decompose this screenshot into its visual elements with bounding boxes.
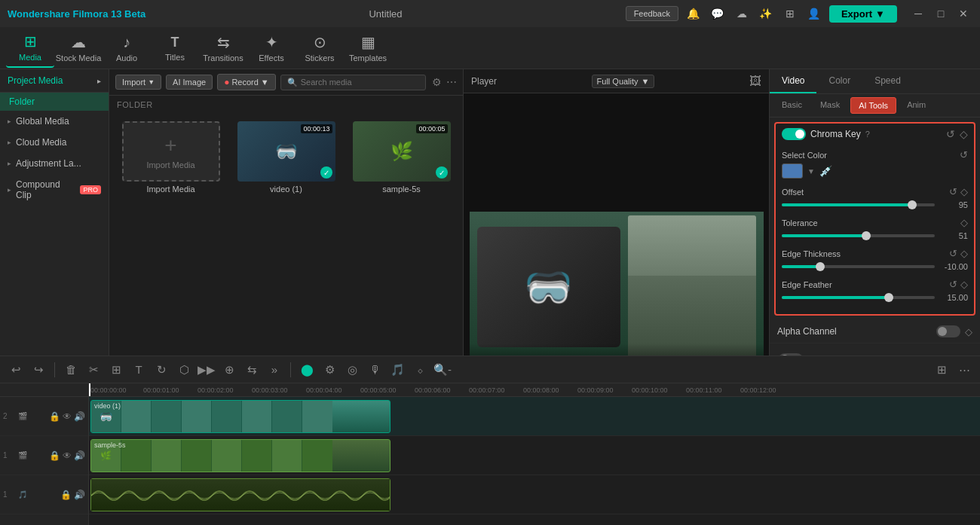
stabilize-tool-icon[interactable]: ⊕ bbox=[219, 360, 239, 380]
subtab-basic[interactable]: Basic bbox=[774, 97, 810, 114]
nav-item-titles[interactable]: T Titles bbox=[151, 29, 199, 68]
nav-item-audio[interactable]: ♪ Audio bbox=[103, 29, 151, 68]
edge-thickness-thumb[interactable] bbox=[816, 262, 825, 271]
tolerance-thumb[interactable] bbox=[862, 231, 871, 240]
video-clip-v2[interactable]: 🥽 video (1) bbox=[90, 400, 390, 433]
edge-feather-slider[interactable] bbox=[782, 296, 935, 299]
motion-icon[interactable]: ◎ bbox=[342, 360, 362, 380]
record-timeline-icon[interactable]: ⬤ bbox=[297, 360, 317, 380]
track-v2-row[interactable]: 🥽 video (1) bbox=[89, 397, 980, 436]
edge-feather-reset-icon[interactable]: ↺ bbox=[949, 279, 957, 290]
edge-thickness-reset-icon[interactable]: ↺ bbox=[949, 248, 957, 259]
color-swatch[interactable] bbox=[782, 163, 803, 179]
select-color-reset-icon[interactable]: ↺ bbox=[960, 149, 968, 160]
close-button[interactable]: ✕ bbox=[954, 5, 972, 23]
minimize-button[interactable]: ─ bbox=[909, 5, 927, 23]
import-button[interactable]: Import ▼ bbox=[115, 75, 161, 90]
ai-tool-icon[interactable]: ⚙ bbox=[320, 360, 339, 380]
edge-feather-keyframe-icon[interactable]: ◇ bbox=[960, 279, 968, 290]
chroma-key-toggle[interactable] bbox=[782, 128, 806, 140]
cloud-icon[interactable]: ☁ bbox=[733, 5, 751, 23]
alpha-channel-icon[interactable]: ◇ bbox=[965, 326, 972, 337]
nav-item-stickers[interactable]: ⊙ Stickers bbox=[296, 29, 344, 68]
video1-thumb[interactable]: 🥽 00:00:13 ✓ bbox=[237, 121, 335, 182]
search-input[interactable] bbox=[301, 78, 419, 87]
notification-icon[interactable]: 🔔 bbox=[684, 5, 703, 23]
audio-clip[interactable] bbox=[90, 478, 390, 511]
more-tools-icon[interactable]: » bbox=[265, 360, 284, 380]
voice-icon[interactable]: 🎙 bbox=[365, 360, 384, 380]
record-button[interactable]: ● Record ▼ bbox=[217, 74, 276, 90]
nav-item-effects[interactable]: ✦ Effects bbox=[247, 29, 296, 68]
user-icon[interactable]: 👤 bbox=[805, 5, 823, 23]
edge-feather-thumb[interactable] bbox=[884, 293, 893, 302]
offset-reset-icon[interactable]: ↺ bbox=[949, 186, 957, 197]
ai-image-button[interactable]: AI Image bbox=[166, 75, 213, 90]
track-v1-audio-icon[interactable]: 🔊 bbox=[74, 450, 85, 461]
transition-tool-icon[interactable]: ⇆ bbox=[242, 360, 262, 380]
collapse-icon[interactable]: ▸ bbox=[97, 77, 101, 85]
text-tool-icon[interactable]: T bbox=[129, 360, 149, 380]
timeline-content-area[interactable]: 00:00:00:00 00:00:01:00 00:00:02:00 00:0… bbox=[89, 383, 980, 525]
track-v1-eye-icon[interactable]: 👁 bbox=[63, 450, 72, 461]
sidebar-item-adjustment[interactable]: ▸ Adjustment La... bbox=[0, 153, 109, 174]
sample-thumb[interactable]: 🌿 00:00:05 ✓ bbox=[353, 121, 451, 182]
subtab-mask[interactable]: Mask bbox=[813, 97, 847, 114]
tab-video[interactable]: Video bbox=[770, 69, 816, 93]
sidebar-item-compound[interactable]: ▸ Compound Clip PRO bbox=[0, 174, 109, 206]
quality-selector[interactable]: Full Quality ▼ bbox=[592, 75, 655, 88]
track-a1-row[interactable] bbox=[89, 475, 980, 514]
cut-tool-icon[interactable]: ✂ bbox=[84, 360, 103, 380]
track-v1-lock-icon[interactable]: 🔒 bbox=[49, 450, 60, 461]
export-button[interactable]: Export ▼ bbox=[829, 5, 897, 23]
sidebar-item-global-media[interactable]: ▸ Global Media bbox=[0, 111, 109, 132]
nav-item-media[interactable]: ⊞ Media bbox=[6, 29, 54, 68]
maximize-button[interactable]: □ bbox=[932, 5, 950, 23]
eyedropper-icon[interactable]: 💉 bbox=[819, 165, 832, 177]
audio-tool-icon[interactable]: 🎵 bbox=[387, 360, 407, 380]
settings-icon[interactable]: ⋯ bbox=[954, 360, 974, 380]
filter-icon[interactable]: ⚙ bbox=[432, 76, 442, 88]
tolerance-slider[interactable] bbox=[782, 234, 935, 237]
chroma-key-help-icon[interactable]: ? bbox=[865, 130, 870, 139]
markers-icon[interactable]: ⬦ bbox=[410, 360, 430, 380]
undo-icon[interactable]: ↩ bbox=[6, 360, 26, 380]
grid-icon[interactable]: ⊞ bbox=[781, 5, 799, 23]
color-dropdown-icon[interactable]: ▼ bbox=[807, 167, 815, 176]
subtab-ai-tools[interactable]: AI Tools bbox=[850, 97, 896, 114]
zoom-out-icon[interactable]: 🔍- bbox=[433, 360, 452, 380]
track-a1-lock-icon[interactable]: 🔒 bbox=[60, 490, 72, 500]
edge-thickness-keyframe-icon[interactable]: ◇ bbox=[960, 248, 968, 259]
sidebar-item-cloud-media[interactable]: ▸ Cloud Media bbox=[0, 132, 109, 153]
offset-slider[interactable] bbox=[782, 203, 935, 206]
offset-thumb[interactable] bbox=[908, 200, 917, 209]
track-v2-audio-icon[interactable]: 🔊 bbox=[74, 411, 85, 422]
redo-icon[interactable]: ↪ bbox=[29, 360, 48, 380]
track-a1-audio-icon[interactable]: 🔊 bbox=[74, 490, 85, 500]
import-media-thumb[interactable]: + Import Media bbox=[122, 121, 220, 182]
chroma-key-reset-icon[interactable]: ↺ bbox=[946, 128, 955, 140]
speed-tool-icon[interactable]: ▶▶ bbox=[197, 360, 216, 380]
effects-tool-icon[interactable]: ⬡ bbox=[174, 360, 194, 380]
chroma-key-diamond-icon[interactable]: ◇ bbox=[960, 128, 968, 140]
nav-item-transitions[interactable]: ⇆ Transitions bbox=[199, 29, 247, 68]
preview-image-icon[interactable]: 🖼 bbox=[749, 75, 761, 88]
crop-tool-icon[interactable]: ⊞ bbox=[106, 360, 126, 380]
nav-item-templates[interactable]: ▦ Templates bbox=[344, 29, 392, 68]
offset-keyframe-icon[interactable]: ◇ bbox=[960, 186, 968, 197]
search-box[interactable]: 🔍 bbox=[280, 75, 426, 90]
alpha-channel-toggle[interactable] bbox=[936, 325, 960, 337]
message-icon[interactable]: 💬 bbox=[709, 5, 727, 23]
subtab-anim[interactable]: Anim bbox=[899, 97, 933, 114]
delete-tool-icon[interactable]: 🗑 bbox=[61, 360, 81, 380]
tolerance-keyframe-icon[interactable]: ◇ bbox=[960, 217, 968, 228]
effects-icon[interactable]: ✨ bbox=[757, 5, 775, 23]
more-options-icon[interactable]: ⋯ bbox=[446, 76, 457, 88]
feedback-button[interactable]: Feedback bbox=[626, 6, 678, 21]
track-v1-row[interactable]: 🌿 sample-5s bbox=[89, 436, 980, 475]
track-v2-lock-icon[interactable]: 🔒 bbox=[49, 411, 60, 422]
sidebar-item-folder[interactable]: Folder bbox=[0, 93, 109, 111]
tab-speed[interactable]: Speed bbox=[862, 69, 913, 93]
layout-icon[interactable]: ⊞ bbox=[932, 360, 951, 380]
tab-color[interactable]: Color bbox=[816, 69, 862, 93]
